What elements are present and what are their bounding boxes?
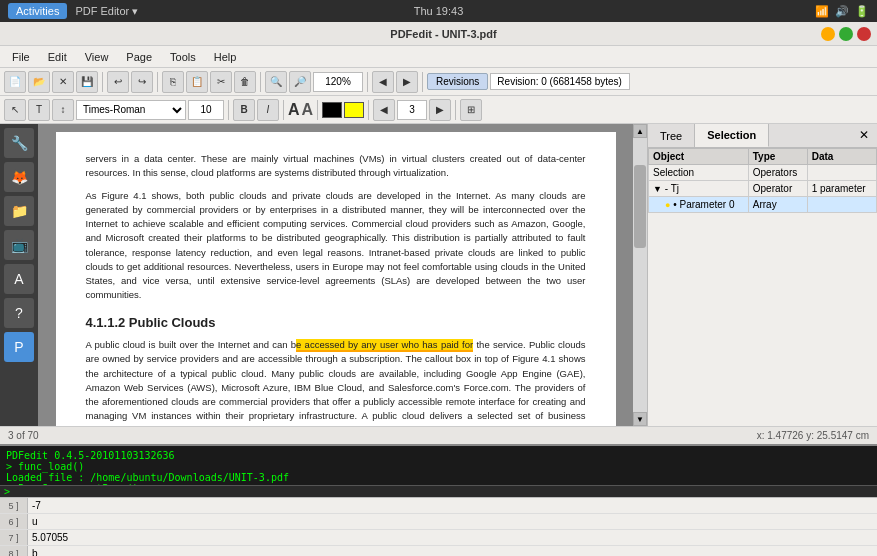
sidebar-icon-2[interactable]: 🦊 bbox=[4, 162, 34, 192]
close-button[interactable] bbox=[857, 27, 871, 41]
copy-button[interactable]: ⎘ bbox=[162, 71, 184, 93]
foreground-color-box[interactable] bbox=[322, 102, 342, 118]
pdf-para-3: A public cloud is built over the Interne… bbox=[86, 338, 586, 426]
scroll-thumb[interactable] bbox=[634, 165, 646, 247]
nav-prev-button[interactable]: ◀ bbox=[372, 71, 394, 93]
console-line-2: Loaded file : /home/ubuntu/Downloads/UNI… bbox=[6, 472, 871, 483]
page-prev-button[interactable]: ◀ bbox=[373, 99, 395, 121]
font-outline-a-icon[interactable]: A bbox=[302, 101, 314, 119]
background-color-box[interactable] bbox=[344, 102, 364, 118]
open-button[interactable]: 📂 bbox=[28, 71, 50, 93]
sidebar-icon-4[interactable]: 📺 bbox=[4, 230, 34, 260]
toolbar-row-1: 📄 📂 ✕ 💾 ↩ ↪ ⎘ 📋 ✂ 🗑 🔍 🔎 ◀ ▶ Revisions Re… bbox=[0, 68, 877, 96]
select-tool-button[interactable]: ↖ bbox=[4, 99, 26, 121]
tab-selection[interactable]: Selection bbox=[695, 124, 769, 147]
scroll-up-button[interactable]: ▲ bbox=[633, 124, 647, 138]
separator-9 bbox=[368, 100, 369, 120]
undo-button[interactable]: ↩ bbox=[107, 71, 129, 93]
delete-button[interactable]: 🗑 bbox=[234, 71, 256, 93]
activities-button[interactable]: Activities bbox=[8, 3, 67, 19]
params-area: 5 ] -7 6 ] u 7 ] 5.07055 8 ] b 9 ] -7 10… bbox=[0, 497, 877, 556]
table-row[interactable]: ● • Parameter 0 Array bbox=[649, 197, 877, 213]
col-data: Data bbox=[807, 149, 876, 165]
fit-page-button[interactable]: ⊞ bbox=[460, 99, 482, 121]
zoom-out-button[interactable]: 🔍 bbox=[265, 71, 287, 93]
font-color-a-icon[interactable]: A bbox=[288, 101, 300, 119]
menu-help[interactable]: Help bbox=[206, 49, 245, 65]
sidebar-icon-6[interactable]: ? bbox=[4, 298, 34, 328]
save-button[interactable]: 💾 bbox=[76, 71, 98, 93]
system-bar: Activities PDF Editor ▾ Thu 19:43 📶 🔊 🔋 bbox=[0, 0, 877, 22]
console-input[interactable] bbox=[10, 486, 873, 497]
page-next-button[interactable]: ▶ bbox=[429, 99, 451, 121]
scroll-down-button[interactable]: ▼ bbox=[633, 412, 647, 426]
minimize-button[interactable] bbox=[821, 27, 835, 41]
coords-status: x: 1.47726 y: 25.5147 cm bbox=[757, 430, 869, 441]
separator-6 bbox=[228, 100, 229, 120]
pdf-viewer: servers in a data center. These are main… bbox=[38, 124, 647, 426]
new-button[interactable]: 📄 bbox=[4, 71, 26, 93]
separator-7 bbox=[283, 100, 284, 120]
page-number-input[interactable] bbox=[397, 100, 427, 120]
pdf-vertical-scrollbar[interactable]: ▲ ▼ bbox=[633, 124, 647, 426]
menu-tools[interactable]: Tools bbox=[162, 49, 204, 65]
separator-10 bbox=[455, 100, 456, 120]
pdf-para-3-before: A public cloud is built over the Interne… bbox=[86, 339, 297, 350]
list-item[interactable]: 5 ] -7 bbox=[0, 498, 877, 514]
menu-edit[interactable]: Edit bbox=[40, 49, 75, 65]
right-panel-tabs: Tree Selection ✕ bbox=[648, 124, 877, 148]
revisions-button[interactable]: Revisions bbox=[427, 73, 488, 90]
zoom-in-button[interactable]: 🔎 bbox=[289, 71, 311, 93]
text-tool-button[interactable]: T bbox=[28, 99, 50, 121]
scroll-track[interactable] bbox=[633, 138, 647, 412]
table-row[interactable]: Selection Operators bbox=[649, 165, 877, 181]
nav-next-button[interactable]: ▶ bbox=[396, 71, 418, 93]
param-val-3: b bbox=[28, 548, 877, 556]
redo-button[interactable]: ↪ bbox=[131, 71, 153, 93]
table-row[interactable]: ▼ - Tj Operator 1 parameter bbox=[649, 181, 877, 197]
list-item[interactable]: 7 ] 5.07055 bbox=[0, 530, 877, 546]
sidebar-icon-1[interactable]: 🔧 bbox=[4, 128, 34, 158]
tab-tree[interactable]: Tree bbox=[648, 124, 695, 147]
cut-button[interactable]: ✂ bbox=[210, 71, 232, 93]
system-time: Thu 19:43 bbox=[414, 5, 464, 17]
revision-info: Revision: 0 (6681458 bytes) bbox=[490, 73, 630, 90]
close-doc-button[interactable]: ✕ bbox=[52, 71, 74, 93]
window-title: PDFedit - UNIT-3.pdf bbox=[66, 28, 821, 40]
font-size-input[interactable] bbox=[188, 100, 224, 120]
param-val-2: 5.07055 bbox=[28, 532, 877, 543]
paste-button[interactable]: 📋 bbox=[186, 71, 208, 93]
pdf-status-bar: 3 of 70 x: 1.47726 y: 25.5147 cm bbox=[0, 426, 877, 444]
list-item[interactable]: 6 ] u bbox=[0, 514, 877, 530]
tree-collapse-icon[interactable]: ▼ bbox=[653, 184, 662, 194]
pdf-highlighted-text: e accessed by any user who has paid for bbox=[296, 339, 473, 352]
list-item[interactable]: 8 ] b bbox=[0, 546, 877, 556]
console-line-1: > func_load() bbox=[6, 461, 871, 472]
right-panel-close-button[interactable]: ✕ bbox=[851, 124, 877, 147]
bold-button[interactable]: B bbox=[233, 99, 255, 121]
param-val-0: -7 bbox=[28, 500, 877, 511]
menu-file[interactable]: File bbox=[4, 49, 38, 65]
separator-8 bbox=[317, 100, 318, 120]
app-name-label[interactable]: PDF Editor ▾ bbox=[75, 5, 138, 18]
font-select[interactable]: Times-Roman bbox=[76, 100, 186, 120]
separator-3 bbox=[260, 72, 261, 92]
row-0-data bbox=[807, 165, 876, 181]
pdf-para-2: As Figure 4.1 shows, both public clouds … bbox=[86, 189, 586, 303]
pdf-para-3-after: the service. Public clouds are owned by … bbox=[86, 339, 586, 426]
pdf-scroll-area[interactable]: servers in a data center. These are main… bbox=[38, 124, 633, 426]
param-val-1: u bbox=[28, 516, 877, 527]
sidebar-icon-5[interactable]: A bbox=[4, 264, 34, 294]
sidebar-icon-pdf[interactable]: P bbox=[4, 332, 34, 362]
zoom-input[interactable] bbox=[313, 72, 363, 92]
sidebar-icon-3[interactable]: 📁 bbox=[4, 196, 34, 226]
power-icon: 🔋 bbox=[855, 5, 869, 18]
title-bar: PDFedit - UNIT-3.pdf bbox=[0, 22, 877, 46]
menu-page[interactable]: Page bbox=[118, 49, 160, 65]
page-status: 3 of 70 bbox=[8, 430, 39, 441]
italic-button[interactable]: I bbox=[257, 99, 279, 121]
maximize-button[interactable] bbox=[839, 27, 853, 41]
right-panel-content: Object Type Data Selection Operators ▼ bbox=[648, 148, 877, 426]
menu-view[interactable]: View bbox=[77, 49, 117, 65]
cursor-button[interactable]: ↕ bbox=[52, 99, 74, 121]
